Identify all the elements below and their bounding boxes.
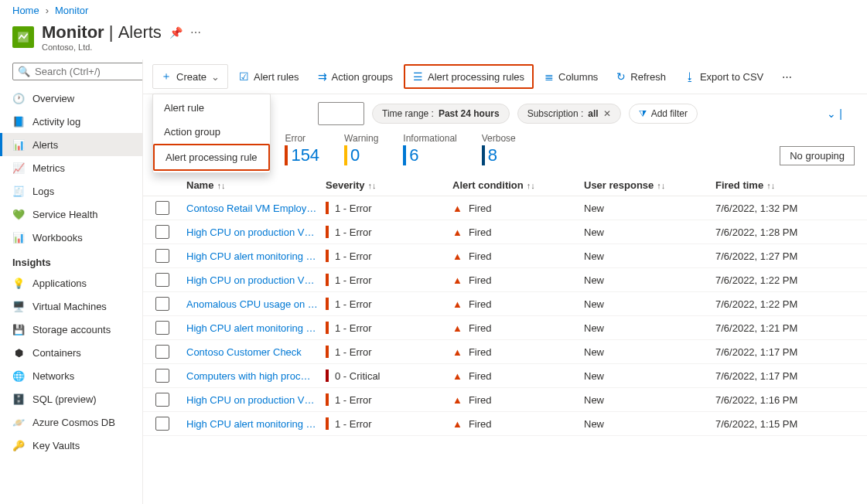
cell-fired-time: 7/6/2022, 1:17 PM — [715, 370, 855, 382]
cell-severity: 0 - Critical — [326, 369, 452, 382]
filter-time-range[interactable]: Time range : Past 24 hours — [372, 104, 510, 124]
warning-icon: ▲ — [452, 418, 463, 430]
table-row[interactable]: Computers with high proc… 0 - Critical ▲… — [143, 364, 867, 388]
th-fired[interactable]: Fired time↑↓ — [715, 179, 855, 191]
row-checkbox[interactable] — [155, 201, 169, 215]
cell-condition: ▲Fired — [452, 370, 584, 382]
row-checkbox[interactable] — [155, 393, 169, 407]
summary-info[interactable]: Informational 6 — [403, 133, 456, 165]
sidebar-item-keyvaults[interactable]: 🔑Key Vaults — [0, 434, 142, 457]
alert-name-link[interactable]: High CPU on production V… — [186, 226, 326, 238]
add-filter-button[interactable]: ⧩ Add filter — [629, 104, 698, 124]
filter-subscription[interactable]: Subscription : all ✕ — [517, 104, 621, 124]
more-toolbar-button[interactable]: ⋯ — [774, 66, 800, 87]
sidebar-item-vms[interactable]: 🖥️Virtual Machines — [0, 295, 142, 318]
alert-name-link[interactable]: High CPU on production V… — [186, 394, 326, 406]
grouping-select[interactable]: No grouping — [780, 146, 855, 165]
warning-icon: ▲ — [452, 226, 463, 238]
row-checkbox[interactable] — [155, 249, 169, 263]
sidebar-item-activity[interactable]: 📘Activity log — [0, 110, 142, 133]
expand-toggle[interactable]: ⌄ | — [814, 104, 855, 123]
export-csv-button[interactable]: ⭳ Export to CSV — [677, 66, 771, 87]
dropdown-processing-rule[interactable]: Alert processing rule — [153, 144, 270, 171]
th-condition[interactable]: Alert condition↑↓ — [452, 179, 584, 191]
pin-icon[interactable]: 📌 — [169, 26, 183, 39]
alert-name-link[interactable]: High CPU on production V… — [186, 274, 326, 286]
cell-condition: ▲Fired — [452, 418, 584, 430]
sidebar-item-label: Alerts — [32, 139, 58, 151]
th-response[interactable]: User response↑↓ — [584, 179, 715, 191]
alert-name-link[interactable]: Contoso Retail VM Employ… — [186, 203, 326, 214]
dropdown-alert-rule[interactable]: Alert rule — [153, 96, 270, 120]
row-checkbox[interactable] — [155, 273, 169, 287]
sidebar-item-networks[interactable]: 🌐Networks — [0, 364, 142, 387]
table-row[interactable]: Anomalous CPU usage on … 1 - Error ▲Fire… — [143, 292, 867, 316]
cell-response: New — [584, 370, 715, 382]
warning-icon: ▲ — [452, 203, 463, 214]
row-checkbox[interactable] — [155, 321, 169, 335]
alert-name-link[interactable]: High CPU alert monitoring … — [186, 250, 326, 262]
alert-name-link[interactable]: High CPU alert monitoring … — [186, 418, 326, 430]
breadcrumb-home[interactable]: Home — [12, 5, 39, 16]
cell-fired-time: 7/6/2022, 1:27 PM — [715, 250, 855, 262]
row-checkbox[interactable] — [155, 417, 169, 431]
sidebar-item-cosmos[interactable]: 🪐Azure Cosmos DB — [0, 410, 142, 434]
warning-icon: ▲ — [452, 346, 463, 358]
row-checkbox[interactable] — [155, 297, 169, 311]
sidebar-item-alerts[interactable]: 📊Alerts — [0, 133, 142, 156]
th-name[interactable]: Name↑↓ — [186, 179, 326, 191]
alert-processing-rules-button[interactable]: ☰ Alert processing rules — [404, 64, 534, 89]
sidebar-item-workbooks[interactable]: 📊Workbooks — [0, 226, 142, 249]
filter-icon: ⧩ — [639, 108, 647, 119]
create-button[interactable]: ＋ Create ⌄ — [152, 64, 228, 89]
table-row[interactable]: Contoso Retail VM Employ… 1 - Error ▲Fir… — [143, 196, 867, 220]
sidebar-item-storage[interactable]: 💾Storage accounts — [0, 318, 142, 341]
columns-button[interactable]: ≣ Columns — [537, 66, 606, 87]
sidebar-item-overview[interactable]: 🕐Overview — [0, 87, 142, 110]
alert-rules-button[interactable]: ☑ Alert rules — [231, 66, 307, 87]
alert-name-link[interactable]: Contoso Customer Check — [186, 346, 326, 358]
table-row[interactable]: Contoso Customer Check 1 - Error ▲Fired … — [143, 340, 867, 364]
table-row[interactable]: High CPU on production V… 1 - Error ▲Fir… — [143, 268, 867, 292]
more-icon[interactable]: ⋯ — [190, 26, 201, 39]
alert-name-link[interactable]: Computers with high proc… — [186, 370, 326, 382]
row-checkbox[interactable] — [155, 345, 169, 359]
monitor-icon — [12, 26, 34, 48]
create-dropdown: Alert rule Action group Alert processing… — [152, 94, 271, 173]
sidebar-item-sql[interactable]: 🗄️SQL (preview) — [0, 387, 142, 410]
sidebar-search[interactable]: 🔍 — [12, 63, 143, 80]
breadcrumb-current[interactable]: Monitor — [55, 5, 88, 16]
clear-filter-icon[interactable]: ✕ — [603, 108, 611, 119]
alert-name-link[interactable]: Anomalous CPU usage on … — [186, 298, 326, 310]
table-row[interactable]: High CPU alert monitoring … 1 - Error ▲F… — [143, 412, 867, 436]
filter-search-box[interactable] — [318, 102, 364, 125]
table-row[interactable]: High CPU alert monitoring … 1 - Error ▲F… — [143, 316, 867, 340]
cell-response: New — [584, 274, 715, 286]
sidebar-item-logs[interactable]: 🧾Logs — [0, 179, 142, 203]
sidebar-item-health[interactable]: 💚Service Health — [0, 203, 142, 226]
summary-verbose[interactable]: Verbose 8 — [482, 133, 516, 165]
refresh-button[interactable]: ↻ Refresh — [609, 66, 674, 87]
table-header: Name↑↓ Severity↑↓ Alert condition↑↓ User… — [143, 175, 867, 196]
summary-error[interactable]: Error 154 — [285, 133, 319, 165]
th-severity[interactable]: Severity↑↓ — [326, 179, 452, 191]
dropdown-action-group[interactable]: Action group — [153, 120, 270, 144]
search-input[interactable] — [35, 66, 143, 77]
toolbar: ＋ Create ⌄ ☑ Alert rules ⇉ Action groups… — [143, 60, 867, 94]
row-checkbox[interactable] — [155, 225, 169, 239]
action-groups-button[interactable]: ⇉ Action groups — [310, 66, 401, 87]
sidebar-item-applications[interactable]: 💡Applications — [0, 271, 142, 295]
health-icon: 💚 — [12, 208, 25, 220]
sidebar-item-containers[interactable]: ⬢Containers — [0, 341, 142, 364]
table-row[interactable]: High CPU on production V… 1 - Error ▲Fir… — [143, 388, 867, 412]
warning-icon: ▲ — [452, 322, 463, 334]
sql-icon: 🗄️ — [12, 393, 25, 405]
table-row[interactable]: High CPU on production V… 1 - Error ▲Fir… — [143, 220, 867, 244]
plus-icon: ＋ — [161, 70, 172, 83]
table-row[interactable]: High CPU alert monitoring … 1 - Error ▲F… — [143, 244, 867, 268]
row-checkbox[interactable] — [155, 369, 169, 383]
sidebar-item-metrics[interactable]: 📈Metrics — [0, 156, 142, 179]
severity-bar-icon — [326, 274, 329, 286]
alert-name-link[interactable]: High CPU alert monitoring … — [186, 322, 326, 334]
summary-warning[interactable]: Warning 0 — [344, 133, 378, 165]
